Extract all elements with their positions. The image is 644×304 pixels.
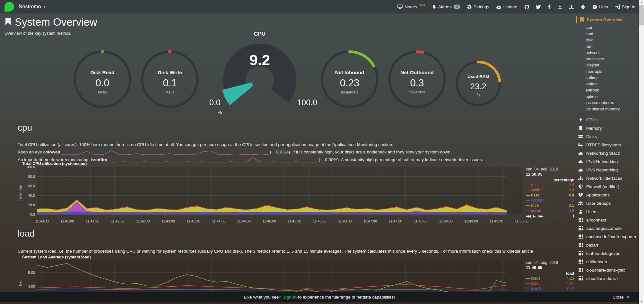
sidebar-item-airconnect[interactable]: airconnect [578,216,639,224]
sidebar-item-cloudflare-ddns-gflix[interactable]: cloudflare-ddns-gflix [578,266,639,274]
pan-forward-button[interactable]: ▶▶ [538,214,543,218]
sidebar-subitem-processes[interactable]: processes [586,56,639,63]
sidebar-subitem-uptime[interactable]: uptime [586,94,639,100]
navbar-item-facebook[interactable] [544,0,554,13]
navbar-item-download[interactable] [554,0,566,13]
sidebar-subitem-network[interactable]: network [586,50,639,56]
zoom-out-button[interactable]: − [553,213,555,219]
netdata-logo-icon[interactable] [4,2,14,12]
legend-row-load1[interactable]: —load14.23 [526,276,575,281]
x-axis-labels: 11:40:3011:41:0011:41:3011:42:0011:42:30… [37,219,526,224]
disk-read-gauge[interactable]: Disk Read0.0MiB/s [72,49,133,110]
navbar-item-alarms[interactable]: Alarms2 [429,0,464,13]
sidebar-item-system-overview[interactable]: System Overview [576,16,639,23]
sidebar-subitem-idlejitter[interactable]: idlejitter [586,62,639,69]
sidebar-subitem-interrupts[interactable]: interrupts [586,69,639,75]
sidebar-subitem-entropy[interactable]: entropy [586,87,639,94]
navbar-menu: NodesbetaAlarms2SettingsUpdate?HelpSign … [394,0,639,13]
sidebar-item-user-groups[interactable]: User Groups [578,199,639,207]
banner-close-button[interactable]: Close ✖ [613,294,630,300]
navbar-item-sign-in[interactable]: Sign In [612,0,639,13]
users-icon [578,201,583,205]
close-label: Close [613,295,624,300]
section-heading-load[interactable]: load [18,229,35,239]
hostname-dropdown[interactable]: Nostromo ▼ [19,4,46,10]
used-ram-gauge[interactable]: Used RAM23.2% [454,59,503,108]
navbar-item-twitter[interactable] [533,0,544,13]
sidebar-item-applications[interactable]: Applications [578,191,639,199]
sidebar-item-users[interactable]: Users [578,207,639,216]
legend-row-softirq[interactable]: —softirq0.0 [526,187,575,193]
question-icon: ? [592,4,597,9]
scroll-up-arrow-icon[interactable]: ▲ [639,0,644,5]
chart-toolbar: ◀◀▶▶▶＋−▲▼ [526,213,575,219]
update-icon [496,5,501,9]
cpu-plot-area[interactable] [37,167,523,214]
page-title: System Overview [4,16,97,28]
net-inbound-gauge[interactable]: Net Inbound0.23megabits/s [319,49,380,110]
page-header: System Overview Overview of the key syst… [4,16,97,36]
sidebar-item-firewall-netfilter[interactable]: Firewall (netfilter) [578,182,639,191]
legend-row-user[interactable]: —user4.4 [526,193,575,198]
sidebar-item-apcupsd-influxdb-exporter[interactable]: apcupsd-influxdb-exporter [578,232,639,241]
legend-row-guest[interactable]: —guest0.4 [526,182,575,187]
chart-resize-handle[interactable]: ▲▼ [572,214,575,218]
gauges-row: Disk Read0.0MiB/sDisk Write0.1MiB/sCPU9.… [0,42,575,117]
sidebar-subitem-ram[interactable]: ram [586,44,639,50]
section-heading-cpu[interactable]: cpu [18,123,32,133]
page-scrollbar[interactable]: ▲ ▼ [639,0,644,304]
sidebar-item-bazarr[interactable]: bazarr [578,241,639,249]
zoom-in-button[interactable]: ＋ [545,213,550,219]
sidebar-item-ipv4-networking[interactable]: IPv4 Networking [578,157,639,166]
sidebar-item-memory[interactable]: Memory [578,124,639,132]
sidebar-item-apacheguacamole[interactable]: apacheguacamole [578,224,639,232]
legend-row-load5[interactable]: —load54.07 [526,281,575,286]
sidebar-item-ipv6-networking[interactable]: IPv6 Networking [578,166,639,174]
scrollbar-thumb[interactable] [639,5,644,25]
sidebar-item-networking-stack[interactable]: Networking Stack [578,149,639,157]
legend-row-nice[interactable]: —nice0.1 [526,203,575,208]
sign-in-link[interactable]: Sign in [282,295,297,300]
legend-date: søn. 04. aug. 2019 [526,260,575,265]
sidebar-item-network-interfaces[interactable]: Network Interfaces [578,174,639,182]
sidebar-item-cloudflare-ddns-tr[interactable]: cloudflare-ddns-tr [578,274,639,282]
sidebar-item-disks[interactable]: Disks [578,132,639,141]
sidebar-subitem-disk[interactable]: disk [586,37,639,44]
navbar-item-help[interactable]: ?Help [589,0,612,13]
sidebar-subitem-softirqs[interactable]: softirqs [586,75,639,81]
navbar-item-upload[interactable] [566,0,577,13]
sidebar-subitem-ipc-semaphores[interactable]: ipc semaphores [586,100,639,106]
signin-icon [615,4,620,9]
net-outbound-gauge[interactable]: Net Outbound0.3megabits/s [387,49,448,110]
cpu-gauge[interactable]: CPU9.20.0100.0% [207,31,313,117]
sidebar-subitem-ipc-shared-memory[interactable]: ipc shared memory [586,106,639,113]
legend-row-system[interactable]: —system4.3 [526,198,575,203]
folder-icon [578,143,583,147]
disk-write-gauge[interactable]: Disk Write0.1MiB/s [139,49,200,110]
scroll-down-arrow-icon[interactable]: ▼ [639,299,644,304]
sidebar-subitem-softnet[interactable]: softnet [586,81,639,88]
user-icon [578,210,583,214]
load-description: Current system load, i.e. the number of … [18,248,557,255]
svg-text:?: ? [594,5,596,9]
play-button[interactable]: ▶ [533,214,535,218]
sidebar-subitem-load[interactable]: load [586,31,639,38]
navbar-item-update[interactable]: Update [493,0,521,13]
sidebar-subitem-cpu[interactable]: cpu [586,25,639,31]
sidebar-item-cpus[interactable]: CPUs [578,116,639,124]
sidebar-item-calibreweb[interactable]: calibreweb [578,257,639,266]
legend-row-iowait[interactable]: —iowait0.0 [526,208,575,213]
sidebar-sub-items: cpuloaddiskramnetworkprocessesidlejitter… [576,25,639,112]
legend-units-header: load [526,271,575,276]
sidebar-item-binhex-delugevpn[interactable]: binhex-delugevpn [578,249,639,257]
memory-icon [578,126,583,130]
legend-row-load15[interactable]: —load153.74 [526,286,575,291]
iowait-sparkline [62,148,269,156]
sidebar-item-btrfs-filesystem[interactable]: BTRFS filesystem [578,141,639,149]
navbar-item-github[interactable] [521,0,533,13]
navbar-item-settings[interactable]: Settings [464,0,493,13]
pan-backward-button[interactable]: ◀◀ [526,214,530,218]
upload-icon [569,4,574,9]
navbar-item-print[interactable] [577,0,589,13]
navbar-item-nodes[interactable]: Nodesbeta [394,0,429,13]
